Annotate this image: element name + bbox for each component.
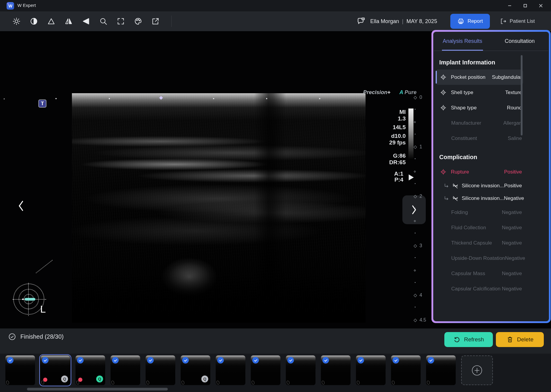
depth-marker-4.5: 4.5 bbox=[414, 319, 416, 322]
row-value: Negative bbox=[504, 195, 524, 201]
add-image-button[interactable] bbox=[461, 355, 493, 385]
check-circle-icon bbox=[8, 333, 16, 341]
result-row-shape-type[interactable]: Shape typeRound bbox=[436, 100, 523, 115]
thumbnail-8[interactable] bbox=[251, 355, 280, 385]
result-row-pocket-position[interactable]: Pocket positionSubglandular bbox=[436, 70, 523, 85]
ultrasound-image[interactable] bbox=[72, 93, 366, 323]
thumbnail-6[interactable]: Q bbox=[181, 355, 210, 385]
p-value: P:4 bbox=[385, 177, 403, 183]
thumbnail-5[interactable] bbox=[146, 355, 175, 385]
eye-off-icon[interactable] bbox=[452, 183, 459, 189]
previous-image-button[interactable] bbox=[14, 197, 28, 215]
chat-icon[interactable] bbox=[357, 17, 366, 26]
depth-half-marker bbox=[414, 171, 416, 172]
flag-dot-badge bbox=[43, 378, 47, 382]
row-label: Capsular Calcification bbox=[451, 286, 500, 292]
depth-quarter-dot bbox=[415, 208, 416, 209]
analysis-status: Finished (28/30) bbox=[8, 333, 64, 341]
search-tool-button[interactable] bbox=[98, 16, 108, 26]
row-label: Silicone invasion... bbox=[462, 195, 504, 201]
thumbnail-1[interactable] bbox=[5, 355, 35, 385]
image-tick-dot bbox=[319, 98, 320, 99]
row-value: Negative bbox=[502, 209, 522, 215]
checked-badge-icon bbox=[77, 357, 84, 364]
thumbnail-4[interactable] bbox=[111, 355, 140, 385]
checked-badge-icon bbox=[182, 357, 189, 364]
row-label: Pocket position bbox=[451, 74, 485, 80]
row-label: Upside-Down Roatation bbox=[451, 255, 505, 261]
status-text: Finished (28/30) bbox=[20, 333, 64, 340]
thumbnail-10[interactable] bbox=[321, 355, 351, 385]
triangle-tool-button[interactable] bbox=[46, 16, 56, 26]
transducer-orientation-badge: T bbox=[38, 99, 46, 108]
result-row-upside-down-roatation: Upside-Down RoatationNegative bbox=[436, 251, 523, 266]
transducer-value: 14L5 bbox=[378, 124, 406, 130]
palette-tool-button[interactable] bbox=[133, 16, 143, 26]
fullscreen-tool-button[interactable] bbox=[116, 16, 126, 26]
study-date: MAY 8, 2025 bbox=[406, 18, 437, 25]
result-row-silicone-invasion-[interactable]: Silicone invasion...Positive bbox=[436, 180, 523, 192]
target-icon bbox=[440, 74, 447, 81]
depth-quarter-dot bbox=[415, 158, 416, 159]
row-value: Negative bbox=[502, 271, 522, 277]
depth-quarter-dot bbox=[415, 183, 416, 184]
q-badge-gray: Q bbox=[61, 376, 68, 382]
branch-arrow-icon bbox=[443, 183, 449, 189]
depth-half-marker bbox=[414, 121, 416, 123]
refresh-button[interactable]: Refresh bbox=[444, 332, 493, 347]
tab-consultation[interactable]: Consultation bbox=[491, 32, 548, 51]
toolbar: Ella Morgan | MAY 8, 2025 Report bbox=[0, 11, 551, 31]
thumbnail-2-selected[interactable]: Q bbox=[40, 355, 70, 385]
thumbnail-7[interactable] bbox=[216, 355, 245, 385]
body-marker: L bbox=[13, 277, 58, 325]
minimize-button[interactable] bbox=[502, 0, 517, 11]
tab-label: Analysis Results bbox=[442, 38, 483, 51]
brightness-tool-button[interactable] bbox=[11, 16, 22, 26]
gain-value: G:86 bbox=[378, 153, 406, 159]
thumbnail-3[interactable]: Q bbox=[76, 355, 105, 385]
depth-quarter-dot bbox=[415, 257, 416, 258]
thumbnail-9[interactable] bbox=[286, 355, 315, 385]
tab-analysis-results[interactable]: Analysis Results bbox=[434, 32, 491, 51]
close-button[interactable] bbox=[533, 0, 549, 11]
eye-off-icon[interactable] bbox=[452, 195, 459, 202]
patient-list-button[interactable]: Patient List bbox=[498, 14, 537, 29]
depth-scale: 012344.5 bbox=[413, 31, 434, 328]
row-label: Folding bbox=[451, 209, 468, 215]
depth-quarter-dot bbox=[415, 282, 416, 283]
contrast-tool-button[interactable] bbox=[29, 16, 39, 26]
plus-circle-icon bbox=[471, 364, 483, 376]
flip-horizontal-tool-button[interactable] bbox=[64, 16, 74, 26]
panel-scrollbar[interactable] bbox=[521, 55, 523, 135]
thumbnail-11[interactable] bbox=[356, 355, 386, 385]
flip-vertical-icon bbox=[82, 17, 90, 25]
flag-dot-badge bbox=[78, 378, 82, 382]
result-row-shell-type[interactable]: Shell typeTexture bbox=[436, 85, 523, 100]
acquisition-parameters: MI 1.3 14L5 d10.0 29 fps G:86 DR:65 bbox=[378, 109, 406, 166]
thumbnail-12[interactable] bbox=[391, 355, 421, 385]
maximize-button[interactable] bbox=[517, 0, 533, 11]
row-label: Shell type bbox=[451, 90, 473, 96]
checked-badge-icon bbox=[217, 357, 224, 364]
row-value: Allergan bbox=[503, 120, 522, 126]
row-value: Round bbox=[507, 105, 522, 111]
brightness-icon bbox=[12, 17, 21, 25]
result-row-silicone-invasion-[interactable]: Silicone invasion...Negative bbox=[436, 192, 523, 205]
trash-icon bbox=[506, 336, 514, 343]
probe-position-marker bbox=[25, 298, 35, 301]
panel-tabs: Analysis ResultsConsultation bbox=[434, 32, 548, 51]
depth-marker-4: 4 bbox=[414, 294, 416, 297]
edge-tick-dot bbox=[4, 98, 5, 99]
result-row-rupture[interactable]: RupturePositive bbox=[436, 164, 523, 180]
flip-vertical-tool-button[interactable] bbox=[81, 16, 91, 26]
report-button[interactable]: Report bbox=[450, 14, 490, 29]
row-label: Manufacturer bbox=[451, 120, 481, 126]
thumbnail-13[interactable] bbox=[426, 355, 456, 385]
depth-half-marker bbox=[414, 220, 416, 222]
export-tool-button[interactable] bbox=[150, 16, 161, 26]
checked-badge-icon bbox=[7, 357, 13, 364]
delete-button[interactable]: Delete bbox=[496, 332, 544, 347]
a-value: A:1 bbox=[385, 171, 403, 177]
title-bar: ✦W W Expert bbox=[0, 0, 551, 11]
filmstrip-scrollbar[interactable] bbox=[27, 388, 168, 391]
